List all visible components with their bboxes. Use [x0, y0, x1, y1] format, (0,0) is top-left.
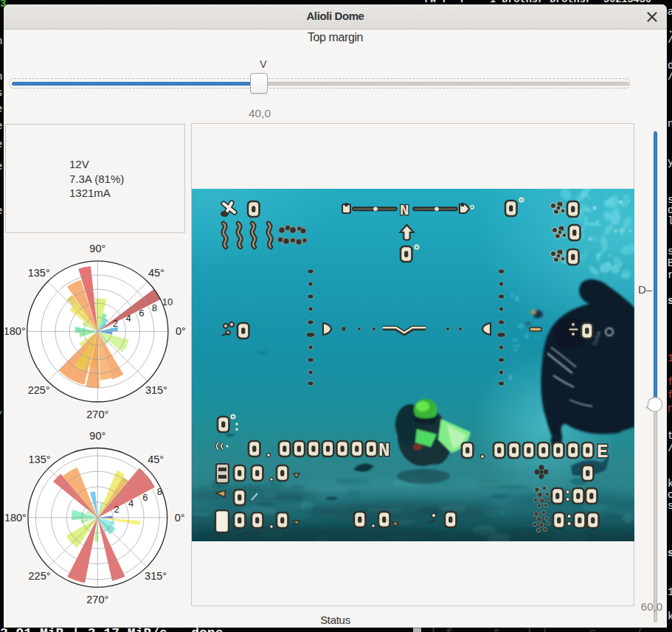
- svg-text:135°: 135°: [28, 267, 50, 279]
- svg-text:90°: 90°: [89, 243, 105, 254]
- svg-text:270°: 270°: [86, 594, 108, 605]
- svg-text:225°: 225°: [28, 384, 50, 396]
- svg-text:90°: 90°: [89, 430, 105, 442]
- svg-text:2: 2: [114, 504, 119, 515]
- svg-text:10: 10: [162, 296, 173, 308]
- svg-text:225°: 225°: [29, 570, 51, 582]
- svg-text:315°: 315°: [145, 384, 167, 396]
- svg-text:45°: 45°: [148, 454, 164, 465]
- svg-text:135°: 135°: [29, 454, 51, 465]
- svg-text:4: 4: [125, 313, 131, 324]
- svg-text:N: N: [400, 202, 409, 219]
- svg-text:180°: 180°: [5, 512, 27, 524]
- svg-text:6: 6: [142, 492, 148, 503]
- svg-text:45°: 45°: [148, 267, 164, 279]
- svg-text:315°: 315°: [145, 570, 167, 582]
- svg-text:6: 6: [139, 308, 144, 319]
- svg-text:4: 4: [128, 498, 134, 509]
- svg-text:0°: 0°: [175, 512, 185, 524]
- svg-text:E: E: [597, 441, 609, 463]
- svg-text:N: N: [378, 440, 390, 462]
- svg-text:180°: 180°: [5, 325, 26, 337]
- svg-text:2: 2: [113, 318, 118, 329]
- svg-text:270°: 270°: [86, 409, 108, 420]
- svg-text:8: 8: [157, 486, 162, 497]
- svg-text:8: 8: [152, 302, 157, 313]
- svg-text:0°: 0°: [176, 325, 186, 337]
